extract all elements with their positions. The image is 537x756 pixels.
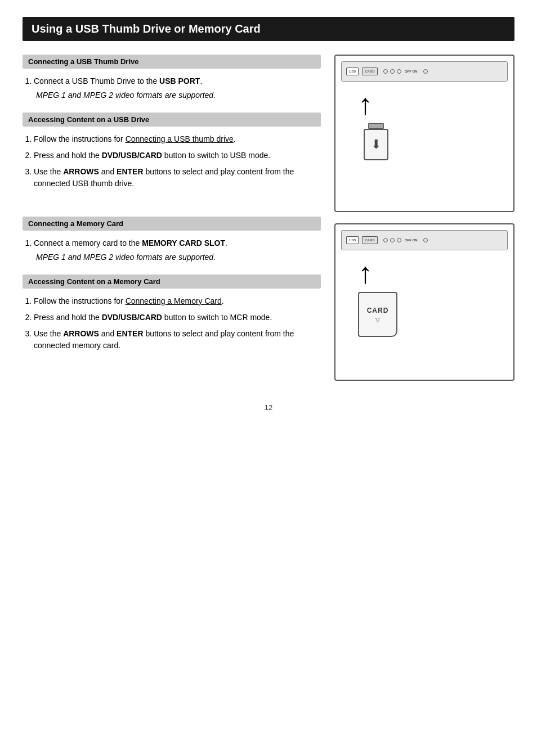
dot-3 (397, 69, 401, 74)
usb-arrow-up: ↑ (358, 89, 373, 119)
section-connecting-usb: Connecting a USB Thumb Drive Connect a U… (23, 55, 321, 101)
usb-device-strip: USB CARD OFF ON (341, 61, 508, 82)
usb-diagram: USB CARD OFF ON ↑ ⬇ (334, 55, 514, 212)
page-title: Using a USB Thumb Drive or Memory Card (23, 17, 514, 41)
list-item: Press and hold the DVD/USB/CARD button t… (34, 150, 321, 161)
card-diagram: USB CARD OFF ON ↑ CARD ▽ (334, 223, 514, 381)
dot-7 (397, 238, 401, 242)
bold-usb-port: USB PORT (159, 76, 200, 86)
section-connecting-card: Connecting a Memory Card Connect a memor… (23, 217, 321, 263)
memory-card-illustration: CARD ▽ (358, 292, 397, 337)
left-column: Connecting a USB Thumb Drive Connect a U… (23, 55, 321, 381)
list-item: Use the ARROWS and ENTER buttons to sele… (34, 166, 321, 190)
usb-symbol-icon: ⬇ (371, 137, 381, 152)
usb-port-indicator-2: USB (346, 236, 359, 244)
list-item: Follow the instructions for Connecting a… (34, 133, 321, 145)
dot-6 (390, 238, 395, 242)
section-accessing-card: Accessing Content on a Memory Card Follo… (23, 274, 321, 352)
usb-connector (368, 123, 384, 129)
dot-5 (383, 238, 388, 242)
section-header-accessing-card: Accessing Content on a Memory Card (23, 274, 321, 289)
section-header-connecting-card: Connecting a Memory Card (23, 217, 321, 231)
card-port-indicator: CARD (362, 68, 378, 75)
section-accessing-usb: Accessing Content on a USB Drive Follow … (23, 112, 321, 190)
section-header-accessing-usb: Accessing Content on a USB Drive (23, 112, 321, 127)
bold-dvd-usb-card-2: DVD/USB/CARD (102, 313, 162, 322)
usb-port-indicator: USB (346, 68, 359, 75)
usb-note: MPEG 1 and MPEG 2 video formats are supp… (34, 89, 321, 101)
card-note: MPEG 1 and MPEG 2 video formats are supp… (34, 251, 321, 263)
link-connecting-card[interactable]: Connecting a Memory Card (126, 296, 222, 305)
list-item: Press and hold the DVD/USB/CARD button t… (34, 312, 321, 323)
card-arrow-up: ↑ (358, 258, 373, 287)
card-device-strip: USB CARD OFF ON (341, 230, 508, 250)
link-connecting-usb[interactable]: Connecting a USB thumb drive (126, 134, 234, 143)
list-item: Follow the instructions for Connecting a… (34, 295, 321, 307)
usb-body: ⬇ (364, 129, 388, 160)
bold-dvd-usb-card-1: DVD/USB/CARD (102, 151, 162, 160)
bold-arrows-2: ARROWS (63, 329, 99, 338)
dot-8 (423, 238, 428, 242)
list-item: Use the ARROWS and ENTER buttons to sele… (34, 328, 321, 352)
list-item: Connect a memory card to the MEMORY CARD… (34, 237, 321, 263)
page-number: 12 (23, 403, 514, 412)
section-header-connecting-usb: Connecting a USB Thumb Drive (23, 55, 321, 69)
port-dots (383, 69, 401, 74)
card-label-text: CARD (367, 307, 389, 314)
port-dots-2 (383, 238, 401, 242)
bold-enter-1: ENTER (117, 167, 143, 176)
bold-arrows-1: ARROWS (63, 167, 99, 176)
dot-1 (383, 69, 388, 74)
switch-label: OFF ON (405, 70, 418, 73)
bold-enter-2: ENTER (117, 329, 143, 338)
card-port-indicator-2: CARD (362, 236, 378, 244)
right-column: USB CARD OFF ON ↑ ⬇ (334, 55, 514, 381)
list-item: Connect a USB Thumb Drive to the USB POR… (34, 75, 321, 101)
dot-2 (390, 69, 395, 74)
usb-drive-illustration: ⬇ (364, 123, 388, 160)
dot-4 (423, 69, 428, 74)
switch-label-2: OFF ON (405, 238, 418, 242)
bold-memory-card-slot: MEMORY CARD SLOT (142, 238, 225, 248)
card-triangle-icon: ▽ (375, 317, 380, 323)
